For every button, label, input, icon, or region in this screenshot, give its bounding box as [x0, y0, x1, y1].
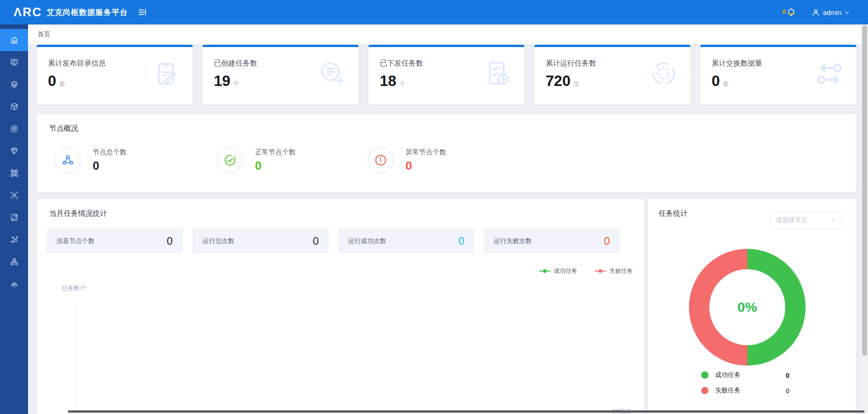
select-placeholder: 请选择节点 [776, 216, 807, 224]
sidebar-item-catalog[interactable] [0, 51, 28, 73]
stat-card-value: 18 [380, 72, 396, 90]
user-icon [811, 8, 820, 17]
sidebar-item-gem[interactable] [0, 140, 28, 162]
stat-card-exchanged-data: 累计交换数据量 0 条 [700, 45, 856, 105]
user-menu[interactable]: admin [811, 8, 850, 17]
line-dot-marker-red [594, 271, 606, 272]
task-donut-chart[interactable]: 0% [689, 249, 806, 366]
legend-label: 失败任务 [609, 267, 633, 275]
panel-title: 任务统计 [659, 209, 688, 219]
breadcrumb: 首页 [28, 24, 861, 44]
menu-fold-button[interactable] [138, 8, 147, 17]
layers-icon [9, 80, 19, 89]
node-stat-label: 节点总个数 [93, 148, 127, 157]
chevron-down-icon [830, 217, 836, 223]
product-name: 艾克尚枢数据服务平台 [47, 7, 128, 18]
stat-card-title: 已下发任务数 [380, 59, 423, 68]
stat-box-success-runs: 运行成功次数 0 [338, 228, 474, 253]
stat-card-unit: 个 [233, 80, 240, 88]
stat-box-value: 0 [313, 235, 319, 247]
warning-circle-icon [368, 148, 393, 173]
legend-item-success[interactable]: 成功任务 [539, 267, 577, 275]
sidebar-item-package[interactable] [0, 118, 28, 140]
red-dot-icon [701, 387, 708, 394]
node-select[interactable]: 请选择节点 [770, 212, 842, 228]
stat-box-value: 0 [604, 235, 610, 247]
menu-fold-icon [138, 8, 147, 17]
vertical-scrollbar[interactable] [861, 24, 868, 414]
stat-card-value: 720 [546, 72, 571, 90]
node-total-group: 节点总个数 0 [55, 148, 127, 173]
line-chart-legend: 成功任务 失败任务 [539, 267, 633, 275]
pie-legend-value: 0 [786, 387, 789, 395]
check-circle-icon [217, 148, 243, 173]
pie-legend-fail[interactable]: 失败任务 0 [701, 386, 837, 395]
cluster-icon [55, 148, 80, 173]
stat-card-unit: 个 [399, 80, 406, 88]
notification-badge: 0 [783, 8, 786, 15]
sidebar-item-components[interactable] [0, 162, 28, 184]
node-overview-panel: 节点概况 节点总个数 0 [37, 114, 856, 192]
donut-hole: 0% [709, 269, 785, 345]
gem-icon [9, 146, 19, 156]
y-axis-label: 任务数/个 [62, 284, 87, 292]
share-nodes-icon [9, 235, 19, 244]
monitor-list-icon [9, 57, 19, 67]
brand-logo: ΛRC [14, 5, 42, 19]
sidebar-item-monitor-focus[interactable] [0, 184, 28, 206]
monthly-task-panel: 当月任务情况统计 涉及节点个数 0 运行总次数 0 运行成功次数 0 运行失败次… [37, 199, 644, 414]
horizontal-scrollbar-thumb[interactable] [68, 410, 864, 413]
stat-card-run-tasks: 累计运行任务数 720 次 [534, 45, 690, 105]
pie-legend-label: 成功任务 [715, 371, 769, 379]
pie-legend-label: 失败任务 [715, 386, 769, 395]
stat-box-label: 运行失败次数 [494, 237, 532, 245]
sidebar-item-share[interactable] [0, 228, 28, 251]
package-gear-icon [9, 124, 19, 133]
cube-network-icon [9, 102, 19, 111]
sidebar-item-home[interactable] [0, 29, 28, 51]
stat-box-label: 涉及节点个数 [57, 237, 94, 245]
node-normal-group: 正常节点个数 0 [217, 148, 296, 173]
node-stat-value: 0 [406, 159, 446, 173]
stat-box-failed-runs: 运行失败次数 0 [484, 228, 620, 253]
line-dot-marker-green [539, 271, 551, 272]
alarm-bell-icon [9, 279, 19, 289]
legend-label: 成功任务 [554, 267, 577, 275]
camera-focus-icon [9, 190, 19, 200]
stat-card-title: 累计交换数据量 [712, 59, 762, 68]
panel-title: 节点概况 [49, 124, 78, 133]
donut-center-percent: 0% [737, 300, 757, 315]
node-stat-value: 0 [93, 159, 127, 173]
document-edit-icon [151, 59, 181, 89]
sidebar-item-alarm[interactable] [0, 273, 28, 295]
node-stat-value: 0 [255, 159, 296, 173]
stat-box-value: 0 [458, 235, 464, 247]
stat-box-value: 0 [167, 235, 173, 247]
stat-card-value: 19 [214, 72, 231, 90]
sidebar-item-layers[interactable] [0, 73, 28, 95]
pie-legend-value: 0 [786, 371, 789, 379]
sidebar-item-library[interactable] [0, 206, 28, 228]
stat-card-unit: 条 [59, 80, 65, 88]
sidebar-item-topology[interactable] [0, 251, 28, 273]
pie-legend-success[interactable]: 成功任务 0 [701, 371, 837, 379]
stat-card-value: 0 [712, 72, 720, 90]
notifications-button[interactable]: 0 [783, 7, 796, 17]
book-icon [9, 213, 19, 222]
stat-box-label: 运行成功次数 [348, 237, 386, 245]
chevron-down-icon [844, 10, 850, 15]
stat-card-created-tasks: 已创建任务数 19 个 [203, 45, 359, 105]
stat-card-catalog: 累计发布目录信息 0 条 [37, 45, 193, 105]
breadcrumb-current[interactable]: 首页 [38, 30, 50, 38]
node-stat-label: 异常节点个数 [406, 148, 446, 157]
stat-card-unit: 条 [722, 80, 729, 88]
sidebar-item-cube-network[interactable] [0, 95, 28, 118]
exchange-arrows-icon [815, 59, 844, 89]
node-abnormal-group: 异常节点个数 0 [368, 148, 446, 173]
panel-title: 当月任务情况统计 [49, 209, 107, 219]
vertical-scrollbar-thumb[interactable] [862, 25, 867, 356]
legend-item-fail[interactable]: 失败任务 [594, 267, 633, 275]
task-clock-icon [483, 59, 513, 89]
task-stats-panel: 任务统计 请选择节点 0% 成功任务 0 失败任务 0 [648, 199, 856, 414]
stat-box-label: 运行总次数 [203, 237, 234, 245]
